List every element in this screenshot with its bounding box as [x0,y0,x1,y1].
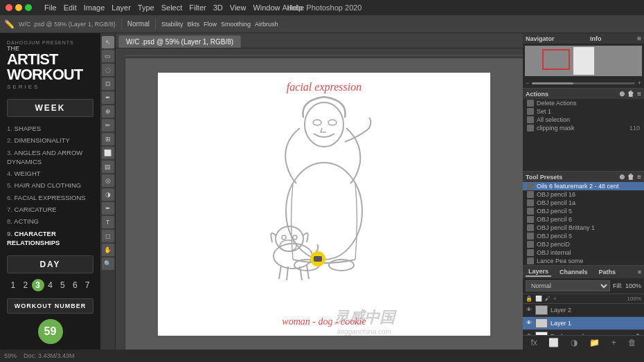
day-1[interactable]: 1 [7,279,19,291]
menu-select[interactable]: Select [161,3,183,12]
dodge-tool[interactable]: ◑ [102,188,114,201]
sidebar-item-dimensionality[interactable]: 2. DIMENSIONALITY [7,134,93,146]
eyedropper-tool[interactable]: ✒ [102,91,114,104]
preset-item-10[interactable]: Lance Pea some [523,257,644,265]
gradient-tool[interactable]: ▤ [102,161,114,173]
preset-item-7[interactable]: OBJ pencil 5 [523,232,644,240]
delete-layer-icon[interactable]: 🗑 [628,338,636,347]
zoom-out-icon[interactable]: − [526,80,529,87]
preset-item-6[interactable]: OBJ pencil Brittany 1 [523,224,644,232]
sidebar-item-shapes[interactable]: 1. SHAPES [7,123,93,134]
crop-tool[interactable]: ⊡ [102,78,114,90]
lasso-tool[interactable]: ◌ [102,64,114,76]
white-canvas[interactable]: facial expression [158,73,490,336]
history-new-icon[interactable]: ⊕ [619,90,625,98]
menu-3d[interactable]: 3D [213,3,223,12]
add-mask-icon[interactable]: ⬜ [548,338,559,347]
preset-icon-3 [527,199,534,206]
layer-item-bg[interactable]: 👁 Background 🔒 [523,330,644,335]
day-4[interactable]: 4 [44,279,57,291]
history-menu-icon[interactable]: ≡ [637,90,641,98]
add-layer-icon[interactable]: + [611,338,616,347]
minimize-button[interactable] [15,4,22,11]
preset-item-9[interactable]: OBJ internal [523,248,644,257]
preset-item-5[interactable]: OBJ pencil 6 [523,215,644,224]
eye-icon-2[interactable]: 👁 [526,307,533,314]
add-style-icon[interactable]: fx [530,338,537,347]
day-6[interactable]: 6 [69,279,81,291]
week-button[interactable]: WEEK [7,99,93,117]
maximize-button[interactable] [25,4,32,11]
day-7[interactable]: 7 [81,279,93,291]
layers-menu-icon[interactable]: ≡ [638,269,641,275]
preset-item-3[interactable]: OBJ pencil 1a [523,199,644,207]
preset-item-4[interactable]: OBJ pencil 5 [523,207,644,215]
close-button[interactable] [6,4,12,11]
day-3[interactable]: 3 [32,279,44,291]
tool-brush-icon: ✏️ [4,19,15,29]
menu-view[interactable]: View [230,3,247,12]
menu-filter[interactable]: Filter [189,3,206,12]
blur-tool[interactable]: ◎ [102,174,114,187]
layer-item-2[interactable]: 👁 Layer 2 [523,304,644,317]
tab-channels[interactable]: Channels [557,268,591,276]
lock-pixels[interactable]: 🖌 [545,296,551,302]
status-bar: 59% Doc: 3.43M/3.43M [0,350,644,362]
add-group-icon[interactable]: 📁 [589,338,600,347]
stamp-tool[interactable]: ⊞ [102,133,114,145]
add-adjustment-icon[interactable]: ◑ [571,338,578,347]
sidebar-item-caricature[interactable]: 7. CARICATURE [7,203,93,215]
sidebar-item-facial[interactable]: 6. FACIAL EXPRESSIONS [7,192,93,203]
tool-presets-new-icon[interactable]: ⊕ [619,173,625,181]
day-button[interactable]: DAY [7,255,93,273]
lock-transparent[interactable]: ⬜ [535,296,542,302]
layers-mode-select[interactable]: Normal Multiply Screen [526,280,610,291]
canvas-tab[interactable]: W/C .psd @ 59% (Layer 1, RGB/8) [118,35,241,48]
preset-icon-7 [527,233,534,239]
sidebar-item-angles[interactable]: 3. ANGLES AND ARROW DYNAMICS [7,147,93,168]
heal-tool[interactable]: ⊕ [102,105,114,118]
history-delete-icon[interactable]: 🗑 [627,90,634,98]
info-tab[interactable]: Info [590,35,602,42]
zoom-slider[interactable] [532,82,634,84]
pen-tool[interactable]: ✒ [102,202,114,215]
preset-item-1[interactable]: Oils 6 featuremark 2 - 48 cent [523,182,644,190]
menu-image[interactable]: Image [84,3,105,12]
menu-type[interactable]: Type [138,3,154,12]
layer-item-1[interactable]: 👁 Layer 1 [523,317,644,330]
svg-line-12 [279,265,281,279]
sidebar-item-hair[interactable]: 5. HAIR AND CLOTHING [7,179,93,191]
sidebar-item-character-relationships[interactable]: 9. CHARACTER RELATIONSHIPS [7,228,93,249]
zoom-in-icon[interactable]: + [638,80,641,87]
toolbar-mode[interactable]: Normal [127,20,150,28]
hand-tool[interactable]: ✋ [102,244,114,256]
preset-icon-10 [527,257,534,264]
actions-tab[interactable]: Actions [526,91,548,98]
selection-tool[interactable]: ▭ [102,50,114,62]
menu-file[interactable]: File [44,3,57,12]
zoom-tool[interactable]: 🔍 [102,257,114,270]
logo-presents: DAHOOJUM PRESENTS [7,40,93,45]
menu-window[interactable]: Window [253,3,280,12]
move-tool[interactable]: ↖ [102,36,114,48]
sidebar-item-acting[interactable]: 8. ACTING [7,215,93,227]
preset-item-2[interactable]: OBJ pencil 16 [523,190,644,199]
tab-layers[interactable]: Layers [526,267,551,277]
text-tool[interactable]: T [102,216,114,228]
eraser-tool[interactable]: ⬜ [102,147,114,159]
eye-icon-1[interactable]: 👁 [526,320,533,327]
day-5[interactable]: 5 [56,279,69,291]
tool-presets-delete-icon[interactable]: 🗑 [627,173,634,181]
tab-paths[interactable]: Paths [596,268,619,276]
menu-layer[interactable]: Layer [111,3,131,12]
shape-tool[interactable]: ◻ [102,230,114,242]
preset-item-8[interactable]: OBJ penciD [523,240,644,248]
sidebar-item-weight[interactable]: 4. WEIGHT [7,168,93,179]
navigator-menu-icon[interactable]: ≡ [637,35,641,42]
menu-edit[interactable]: Edit [64,3,77,12]
brush-tool[interactable]: ✏ [102,119,114,132]
lock-position[interactable]: + [553,296,557,302]
history-header: Actions ⊕ 🗑 ≡ [523,89,644,99]
tool-presets-menu-icon[interactable]: ≡ [637,173,641,181]
day-2[interactable]: 2 [19,279,32,291]
